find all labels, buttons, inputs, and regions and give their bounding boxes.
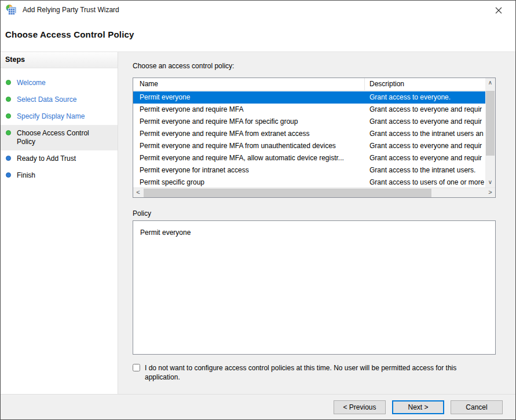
title-bar: Add Relying Party Trust Wizard bbox=[1, 1, 515, 19]
table-row[interactable]: Permit everyone and require MFA for spec… bbox=[133, 116, 485, 128]
column-header-description[interactable]: Description bbox=[365, 78, 485, 90]
table-row[interactable]: Permit specific group Grant access to us… bbox=[133, 176, 485, 187]
step-status-dot-icon bbox=[6, 97, 11, 102]
row-name-cell: Permit everyone and require MFA from ext… bbox=[133, 128, 365, 140]
sidebar-step-item[interactable]: Choose Access Control Policy bbox=[1, 125, 118, 150]
row-name-cell: Permit everyone and require MFA from una… bbox=[133, 140, 365, 152]
row-description-cell: Grant access to everyone and requir bbox=[365, 104, 485, 116]
sidebar-step-item[interactable]: Select Data Source bbox=[1, 91, 118, 108]
row-name-cell: Permit everyone for intranet access bbox=[133, 164, 365, 176]
policy-section-label: Policy bbox=[133, 209, 151, 218]
table-row[interactable]: Permit everyone and require MFA, allow a… bbox=[133, 152, 485, 164]
skip-policy-row: I do not want to configure access contro… bbox=[133, 363, 496, 382]
row-name-cell: Permit everyone and require MFA, allow a… bbox=[133, 152, 365, 164]
row-description-cell: Grant access to the intranet users an bbox=[365, 128, 485, 140]
previous-button[interactable]: < Previous bbox=[334, 400, 386, 414]
window-title: Add Relying Party Trust Wizard bbox=[23, 6, 119, 14]
step-status-dot-icon bbox=[6, 156, 11, 161]
step-status-dot-icon bbox=[6, 113, 11, 119]
policy-preview-box: Permit everyone bbox=[133, 220, 496, 355]
step-label: Welcome bbox=[17, 79, 105, 87]
close-button[interactable] bbox=[491, 3, 506, 17]
scroll-up-icon[interactable]: ∧ bbox=[485, 78, 495, 88]
row-name-cell: Permit specific group bbox=[133, 176, 365, 187]
row-name-cell: Permit everyone and require MFA for spec… bbox=[133, 116, 365, 128]
button-bar: < Previous Next > Cancel bbox=[1, 394, 515, 419]
sidebar-step-item[interactable]: Ready to Add Trust bbox=[1, 150, 118, 167]
table-rows: Permit everyone Grant access to everyone… bbox=[133, 91, 485, 187]
vertical-scrollbar[interactable]: ∧ ∨ bbox=[485, 78, 495, 187]
vertical-scrollbar-thumb[interactable] bbox=[486, 91, 495, 156]
row-description-cell: Grant access to users of one or more bbox=[365, 176, 485, 187]
access-control-policy-table: Name Description Permit everyone Grant a… bbox=[133, 78, 496, 198]
steps-sidebar: Steps Welcome Select Data Source Specify… bbox=[1, 52, 118, 394]
cancel-button[interactable]: Cancel bbox=[451, 400, 503, 414]
table-row[interactable]: Permit everyone for intranet access Gran… bbox=[133, 164, 485, 176]
row-description-cell: Grant access to everyone and requir bbox=[365, 140, 485, 152]
horizontal-scrollbar-thumb[interactable] bbox=[144, 189, 431, 197]
close-icon bbox=[495, 6, 503, 14]
row-description-cell: Grant access to everyone and requir bbox=[365, 152, 485, 164]
skip-policy-checkbox[interactable] bbox=[133, 364, 140, 371]
horizontal-scrollbar[interactable]: < > bbox=[133, 187, 495, 197]
row-description-cell: Grant access to the intranet users. bbox=[365, 164, 485, 176]
table-row[interactable]: Permit everyone and require MFA Grant ac… bbox=[133, 104, 485, 116]
sidebar-step-item[interactable]: Welcome bbox=[1, 75, 118, 91]
step-label: Finish bbox=[17, 171, 105, 180]
row-description-cell: Grant access to everyone. bbox=[365, 91, 485, 104]
scroll-right-icon[interactable]: > bbox=[485, 188, 495, 197]
sidebar-step-item[interactable]: Specify Display Name bbox=[1, 108, 118, 125]
main-panel: Choose an access control policy: Name De… bbox=[118, 52, 515, 394]
table-row[interactable]: Permit everyone and require MFA from ext… bbox=[133, 128, 485, 140]
row-name-cell: Permit everyone bbox=[133, 91, 365, 104]
scroll-left-icon[interactable]: < bbox=[133, 188, 143, 197]
skip-policy-label[interactable]: I do not want to configure access contro… bbox=[145, 363, 492, 382]
page-title: Choose Access Control Policy bbox=[1, 19, 515, 39]
table-row[interactable]: Permit everyone Grant access to everyone… bbox=[133, 91, 485, 104]
steps-list: Welcome Select Data Source Specify Displ… bbox=[1, 68, 118, 184]
sidebar-step-item[interactable]: Finish bbox=[1, 167, 118, 184]
step-label: Ready to Add Trust bbox=[17, 154, 105, 163]
row-description-cell: Grant access to everyone and requir bbox=[365, 116, 485, 128]
policy-preview-text: Permit everyone bbox=[140, 229, 191, 237]
step-label: Select Data Source bbox=[17, 95, 105, 104]
step-label: Choose Access Control Policy bbox=[17, 129, 105, 146]
wizard-body: Steps Welcome Select Data Source Specify… bbox=[1, 51, 515, 394]
table-header: Name Description bbox=[133, 78, 485, 91]
next-button[interactable]: Next > bbox=[392, 400, 444, 414]
table-row[interactable]: Permit everyone and require MFA from una… bbox=[133, 140, 485, 152]
row-name-cell: Permit everyone and require MFA bbox=[133, 104, 365, 116]
step-status-dot-icon bbox=[6, 130, 11, 135]
step-status-dot-icon bbox=[6, 80, 11, 85]
column-header-name[interactable]: Name bbox=[133, 78, 365, 90]
wizard-window: Add Relying Party Trust Wizard Choose Ac… bbox=[0, 0, 516, 420]
scroll-down-icon[interactable]: ∨ bbox=[485, 178, 495, 187]
page-header: Choose Access Control Policy bbox=[1, 19, 515, 51]
steps-heading: Steps bbox=[1, 52, 118, 68]
policy-list-label: Choose an access control policy: bbox=[133, 62, 234, 70]
step-status-dot-icon bbox=[6, 172, 11, 178]
adfs-app-icon bbox=[5, 4, 17, 16]
step-label: Specify Display Name bbox=[17, 112, 105, 121]
